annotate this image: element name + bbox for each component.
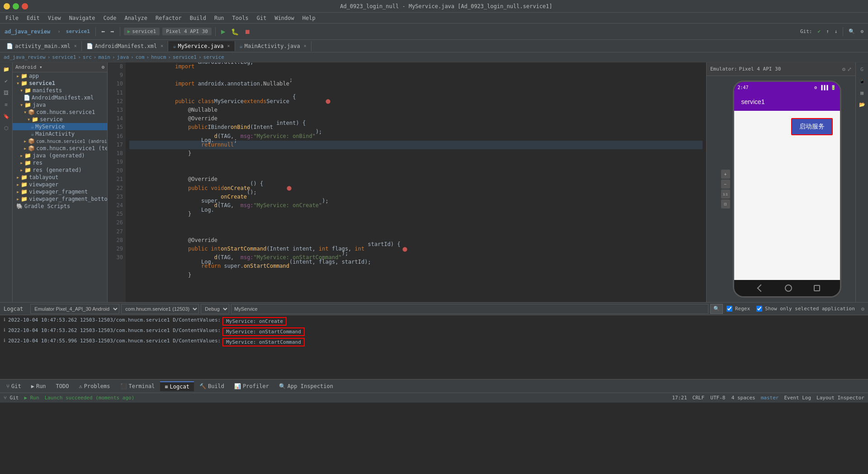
- tab-activity-main-close[interactable]: ×: [74, 43, 77, 48]
- zoom-in-button[interactable]: +: [721, 170, 730, 179]
- tree-viewpager[interactable]: ▸📁viewpager: [13, 181, 107, 188]
- menu-run[interactable]: Run: [211, 14, 228, 22]
- logcat-package-select[interactable]: com.hnucm.service1 (12503): [121, 304, 199, 314]
- tree-com-hnucm[interactable]: ▾📦com.hnucm.service1: [13, 109, 107, 116]
- git-fetch[interactable]: ↓: [833, 28, 840, 35]
- tree-com-android[interactable]: ▸📦com.hnucm.service1 (android...: [13, 137, 107, 145]
- nav-recents-button[interactable]: [814, 285, 820, 291]
- layout-inspector-label[interactable]: Layout Inspector: [816, 395, 864, 401]
- breadcrumb-service[interactable]: service: [203, 54, 224, 60]
- nav-home-button[interactable]: [785, 284, 792, 292]
- menu-code[interactable]: Code: [100, 14, 120, 22]
- menu-view[interactable]: View: [44, 14, 65, 22]
- toolbar-icon-back[interactable]: ⬅: [99, 27, 107, 36]
- window-controls[interactable]: [4, 3, 28, 9]
- breadcrumb-com[interactable]: com: [136, 54, 145, 60]
- menu-analyze[interactable]: Analyze: [121, 14, 151, 22]
- tree-java[interactable]: ▾📁java: [13, 101, 107, 109]
- commit-icon[interactable]: ✔: [1, 76, 11, 86]
- code-editor[interactable]: 8 9 10 11 12 13 14 15 16 17 18 19 20 21 …: [108, 62, 706, 302]
- device-file-explorer-icon[interactable]: 📂: [857, 100, 867, 109]
- git-checkmark[interactable]: ✔: [816, 28, 823, 35]
- gradle-icon[interactable]: G: [857, 64, 867, 74]
- event-log-label[interactable]: Event Log: [784, 395, 811, 401]
- breadcrumb-main[interactable]: main: [98, 54, 110, 60]
- tab-mainactivity-close[interactable]: ×: [304, 43, 307, 48]
- tab-activity-main[interactable]: 📄 activity_main.xml ×: [2, 41, 82, 51]
- git-push[interactable]: ↑: [824, 28, 831, 35]
- search-everywhere[interactable]: 🔍: [847, 28, 857, 35]
- zoom-fit-button[interactable]: ⊡: [721, 199, 730, 209]
- menu-git[interactable]: Git: [253, 14, 270, 22]
- logcat-search-input[interactable]: [231, 304, 708, 314]
- toolbar-icon-forward[interactable]: ➡: [108, 27, 116, 36]
- btab-problems[interactable]: ⚠ Problems: [75, 382, 115, 391]
- show-only-checkbox[interactable]: [756, 306, 762, 312]
- stop-button[interactable]: ⏹: [242, 27, 252, 36]
- menu-edit[interactable]: Edit: [23, 14, 43, 22]
- zoom-1-1-button[interactable]: 1:1: [721, 190, 730, 199]
- menu-help[interactable]: Help: [299, 14, 319, 22]
- tab-myservice[interactable]: ☕ MyService.java ×: [168, 41, 235, 51]
- menu-file[interactable]: File: [2, 14, 22, 22]
- status-git-icon[interactable]: ⑂ Git: [4, 395, 19, 401]
- tree-service1[interactable]: ▾📁service1: [13, 80, 107, 87]
- settings-button[interactable]: ⚙: [859, 28, 865, 35]
- btab-run[interactable]: ▶ Run: [27, 382, 51, 391]
- toolbar-service[interactable]: service1: [64, 28, 92, 35]
- breadcrumb-service1-pkg[interactable]: service1: [173, 54, 197, 60]
- menu-tools[interactable]: Tools: [229, 14, 252, 22]
- menu-refactor[interactable]: Refactor: [152, 14, 185, 22]
- emulator-icon[interactable]: ▦: [857, 88, 867, 98]
- btab-app-inspection[interactable]: 🔍 App Inspection: [274, 382, 338, 391]
- btab-terminal[interactable]: ⬛ Terminal: [116, 382, 160, 391]
- tree-com-test[interactable]: ▸📦com.hnucm.service1 (test): [13, 145, 107, 152]
- bookmarks-icon[interactable]: 🔖: [1, 111, 11, 121]
- btab-todo[interactable]: TODO: [52, 382, 74, 391]
- resource-manager-icon[interactable]: 🖼: [1, 88, 11, 98]
- device-selector[interactable]: Pixel 4 API 30: [162, 28, 212, 35]
- btab-profiler[interactable]: 📊 Profiler: [230, 382, 274, 391]
- tab-androidmanifest[interactable]: 📄 AndroidManifest.xml ×: [82, 41, 168, 51]
- tree-res-gen[interactable]: ▸📁res (generated): [13, 166, 107, 174]
- tree-settings-icon[interactable]: ⚙: [101, 64, 104, 70]
- breadcrumb-item[interactable]: ad_java_review: [4, 54, 46, 60]
- structure-icon[interactable]: ≡: [1, 100, 11, 109]
- tab-myservice-close[interactable]: ×: [227, 43, 230, 48]
- status-run-icon[interactable]: ▶ Run: [24, 395, 39, 401]
- minimize-button[interactable]: [4, 3, 10, 9]
- breadcrumb-src[interactable]: src: [83, 54, 92, 60]
- tree-service-folder[interactable]: ▾📁service: [13, 116, 107, 123]
- btab-git[interactable]: ⑂ Git: [2, 382, 26, 391]
- menu-window[interactable]: Window: [271, 14, 297, 22]
- btab-logcat[interactable]: ≡ Logcat: [160, 381, 194, 391]
- menu-navigate[interactable]: Navigate: [66, 14, 99, 22]
- regex-label[interactable]: Regex: [726, 306, 750, 312]
- toolbar-run-config[interactable]: ▶ service1: [124, 28, 160, 35]
- show-only-label[interactable]: Show only selected application: [756, 306, 855, 312]
- logcat-level-select[interactable]: Debug: [201, 304, 229, 314]
- emulator-settings-icon[interactable]: ⚙: [842, 66, 845, 72]
- zoom-out-button[interactable]: −: [721, 180, 730, 189]
- breadcrumb-service1[interactable]: service1: [52, 54, 76, 60]
- status-branch[interactable]: master: [761, 395, 779, 401]
- btab-build[interactable]: 🔨 Build: [195, 382, 229, 391]
- run-button[interactable]: ▶: [219, 26, 227, 37]
- tree-viewpager-bottom[interactable]: ▸📁viewpager_fragment_bottomnavig: [13, 195, 107, 203]
- tree-mainactivity[interactable]: ☕MainActivity: [13, 130, 107, 137]
- breadcrumb-java[interactable]: java: [117, 54, 129, 60]
- close-button[interactable]: [22, 3, 28, 9]
- tree-viewpager-frag[interactable]: ▸📁viewpager_fragment: [13, 188, 107, 195]
- device-manager-icon[interactable]: 📱: [857, 76, 867, 86]
- tree-gradle[interactable]: 🐘Gradle Scripts: [13, 203, 107, 210]
- regex-checkbox[interactable]: [726, 306, 732, 312]
- project-panel-icon[interactable]: 📁: [1, 64, 11, 74]
- tab-androidmanifest-close[interactable]: ×: [160, 43, 163, 48]
- maximize-button[interactable]: [13, 3, 19, 9]
- tree-tablayout[interactable]: ▸📁tablayout: [13, 174, 107, 181]
- tree-manifests[interactable]: ▾📁manifests: [13, 87, 107, 94]
- debug-button[interactable]: 🐛: [229, 27, 241, 36]
- emulator-expand-icon[interactable]: ⤢: [847, 66, 852, 72]
- menu-build[interactable]: Build: [186, 14, 210, 22]
- logcat-device-select[interactable]: Emulator Pixel_4_API_30 Android: [30, 304, 119, 314]
